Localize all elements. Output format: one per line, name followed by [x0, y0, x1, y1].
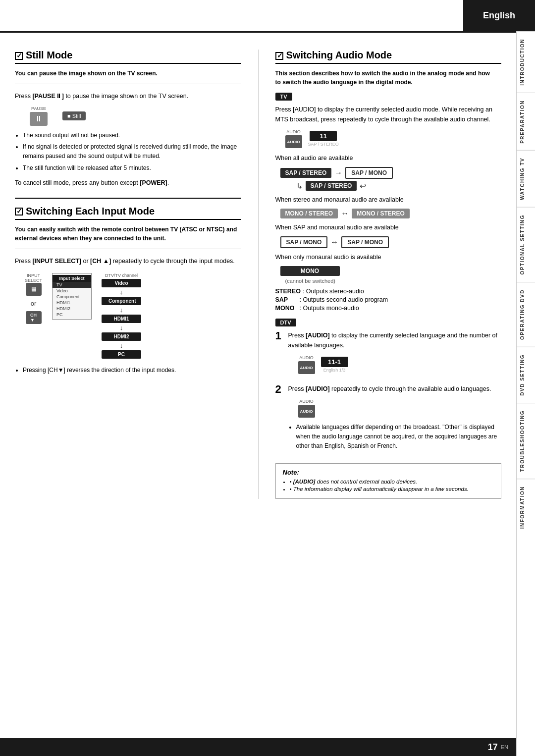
- audio-flow-1: SAP / STEREO → SAP / MONO ↳ SAP / STEREO…: [280, 167, 502, 191]
- sidebar-section-intro: INTRODUCTION: [517, 31, 535, 93]
- pause-key-row: PAUSE ⏸ ■ Still: [30, 106, 241, 126]
- step2-audio-label: AUDIO: [299, 399, 314, 404]
- input-mode-divider: [15, 249, 241, 249]
- stereo-key: STEREO: [275, 288, 301, 295]
- flow3-row: SAP / MONO ↔ SAP / MONO: [280, 236, 502, 248]
- ch-hdmi1: HDMI1: [102, 315, 141, 323]
- still-cancel-text: To cancel still mode, press any button e…: [15, 178, 241, 188]
- input-select-video: Video: [53, 288, 91, 294]
- step2-text: Press [AUDIO] repeatedly to cycle throug…: [288, 384, 502, 394]
- language-label: English: [483, 10, 515, 21]
- still-bullet-1: The sound output will not be paused.: [23, 131, 241, 140]
- step1-audio-key: AUDIO AUDIO: [298, 355, 315, 374]
- audio-display-sub: SAP / STEREO: [308, 142, 339, 147]
- still-mode-title: Still Mode: [15, 50, 241, 64]
- step1-display-num: 11-1: [321, 357, 348, 367]
- audio-mode-subtitle: This section describes how to switch the…: [275, 69, 502, 87]
- step1-audio-button: AUDIO: [298, 361, 315, 374]
- audio-mode-title: Switching Audio Mode: [275, 50, 502, 64]
- pause-key-container: PAUSE ⏸: [30, 106, 48, 126]
- input-diagram: INPUTSELECT ▤ or CH▼ Input Select TV Vid…: [25, 273, 241, 359]
- flow1-a: SAP / STEREO: [280, 168, 332, 178]
- flow4-badge: MONO: [280, 266, 340, 276]
- dtv-step2: 2 Press [AUDIO] repeatedly to cycle thro…: [275, 384, 502, 456]
- sidebar-section-watching: WATCHING TV: [517, 150, 535, 207]
- dtv-bullet-1: Available languages differ depending on …: [296, 423, 502, 451]
- when-all-text: When all audio are available: [275, 153, 502, 163]
- input-section-divider: [15, 198, 241, 199]
- pause-button: ⏸: [30, 112, 48, 126]
- dtv-tv-label: DTV/TV channel: [105, 273, 138, 278]
- flow4-row: MONO: [280, 266, 502, 276]
- ch-button: CH▼: [26, 311, 42, 324]
- still-mode-checkbox: [15, 52, 23, 60]
- dtv-bullets: Available languages differ depending on …: [296, 423, 502, 451]
- still-mode-subtitle: You can pause the image shown on the TV …: [15, 69, 241, 78]
- ch-arrow-3: ↓: [120, 324, 123, 331]
- sap-key: SAP: [275, 296, 298, 303]
- step2-audio-key: AUDIO AUDIO: [298, 399, 315, 418]
- audio-key-label: AUDIO: [286, 129, 301, 134]
- input-left-controls: INPUTSELECT ▤ or CH▼: [25, 273, 42, 324]
- mono-val: : Outputs mono-audio: [300, 305, 359, 312]
- ch-arrow-4: ↓: [120, 342, 123, 349]
- flow1-row: SAP / STEREO → SAP / MONO: [280, 167, 502, 179]
- input-bullet-1: Pressing [CH▼] reverses the direction of…: [23, 366, 241, 375]
- still-bullet-3: The still function will be released afte…: [23, 163, 241, 173]
- input-select-hdmi2: HDMI2: [53, 306, 91, 312]
- audio-flow-2: MONO / STEREO ↔ MONO / STEREO: [280, 209, 502, 218]
- sidebar-section-dvd-op: OPERATING DVD: [517, 282, 535, 347]
- ch-key-container: CH▼: [26, 311, 42, 324]
- input-mode-checkbox: [15, 208, 23, 216]
- audio-display-num: 11: [310, 131, 337, 141]
- page-number: 17: [488, 742, 498, 753]
- ch-arrow-2: ↓: [120, 307, 123, 313]
- tv-badge: TV: [275, 93, 292, 101]
- flow2-a: MONO / STEREO: [280, 209, 338, 218]
- flow3-a: SAP / MONO: [280, 236, 328, 248]
- audio-display-row: AUDIO AUDIO 11 SAP / STEREO: [285, 129, 502, 148]
- audio-key-container: AUDIO AUDIO: [285, 129, 302, 148]
- stereo-val: : Outputs stereo-audio: [303, 288, 364, 295]
- flow3-b: SAP / MONO: [341, 236, 389, 248]
- step2-display-row: AUDIO AUDIO: [298, 399, 502, 418]
- input-select-tv: TV: [53, 282, 91, 288]
- flow2-arrow: ↔: [341, 209, 349, 218]
- still-bullet-2: If no signal is detected or protected si…: [23, 142, 241, 161]
- audio-mode-checkbox: [275, 52, 283, 60]
- input-select-menu: Input Select TV Video Component HDMI1 HD…: [52, 273, 92, 320]
- audio-flow-3: SAP / MONO ↔ SAP / MONO: [280, 236, 502, 248]
- audio-labels: STEREO : Outputs stereo-audio SAP : Outp…: [275, 288, 502, 312]
- footer-lang: EN: [501, 744, 508, 750]
- input-select-pc: PC: [53, 312, 91, 318]
- or-text: or: [31, 300, 37, 307]
- channel-list-col: DTV/TV channel Video ↓ Component ↓ HDMI1…: [102, 273, 141, 359]
- flow1-indent: ↳ SAP / STEREO ↩: [292, 181, 502, 191]
- still-mode-divider: [15, 84, 241, 84]
- mono-key: MONO: [275, 305, 298, 312]
- when-mono-text: When only monaural audio is available: [275, 252, 502, 262]
- note-bullet-2: • The information display will automatic…: [290, 486, 494, 492]
- bottom-bar: 17 EN: [0, 738, 516, 756]
- step1-display-sub: English 1/3: [323, 368, 346, 373]
- input-mode-body: Press [INPUT SELECT] or [CH ▲] repeatedl…: [15, 256, 241, 266]
- note-list: • [AUDIO] does not control external audi…: [283, 479, 494, 492]
- note-box: Note: • [AUDIO] does not control externa…: [275, 463, 502, 499]
- dtv-section: DTV 1 Press [AUDIO] to display the curre…: [275, 319, 502, 499]
- input-mode-subtitle: You can easily switch with the remote co…: [15, 225, 241, 243]
- audio-label-sap: SAP : Outputs second audio program: [275, 296, 502, 303]
- step1-content: Press [AUDIO] to display the currently s…: [288, 330, 502, 379]
- dtv-badge: DTV: [275, 319, 296, 326]
- ch-hdmi2: HDMI2: [102, 332, 141, 341]
- flow3-arrow: ↔: [330, 238, 338, 247]
- flow2-b: MONO / STEREO: [352, 209, 410, 218]
- sidebar-section-trouble: TROUBLESHOOTING: [517, 403, 535, 479]
- when-stereo-text: When stereo and monaural audio are avail…: [275, 195, 502, 205]
- flow1-arrow: →: [334, 168, 342, 177]
- step2-content: Press [AUDIO] repeatedly to cycle throug…: [288, 384, 502, 456]
- input-mode-title: Switching Each Input Mode: [15, 206, 241, 220]
- channel-list: Video ↓ Component ↓ HDMI1 ↓ HDMI2 ↓ PC: [102, 279, 141, 359]
- audio-screen-wrap: 11 SAP / STEREO: [308, 131, 339, 147]
- still-mode-bullets: The sound output will not be paused. If …: [23, 131, 241, 173]
- flow2-row: MONO / STEREO ↔ MONO / STEREO: [280, 209, 502, 218]
